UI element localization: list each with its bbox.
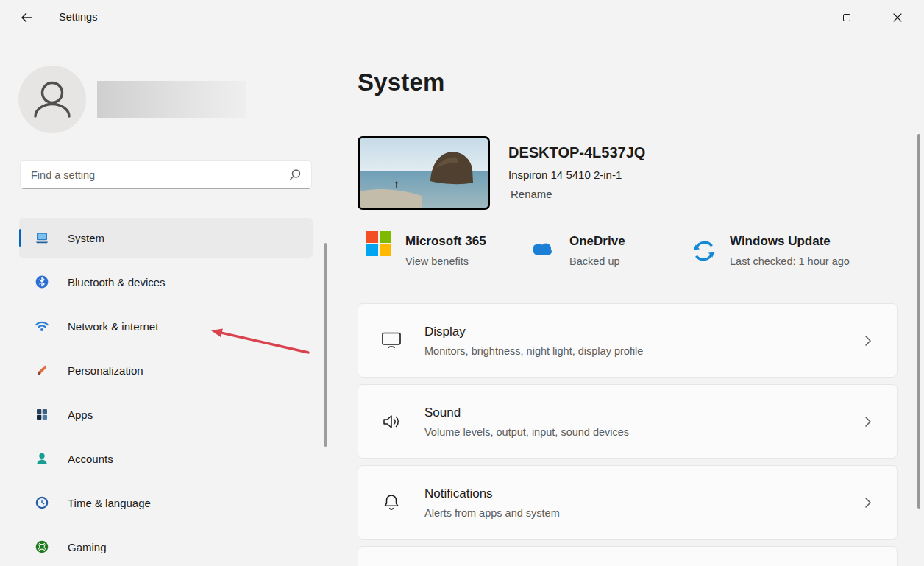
sidebar-item-label: Personalization [68,364,143,377]
status-item-onedrive[interactable]: OneDrive Backed up [528,228,625,267]
search-icon[interactable] [288,169,302,185]
sidebar-item-accounts[interactable]: Accounts [19,439,313,478]
status-title: OneDrive [569,233,625,249]
status-item-microsoft-365[interactable]: Microsoft 365 View benefits [366,228,486,267]
minimize-button[interactable] [779,5,813,30]
selected-indicator [19,229,21,247]
sidebar-item-label: System [68,232,104,244]
device-thumbnail [358,136,490,210]
apps-icon [35,407,49,422]
user-name-redacted [97,81,246,118]
sidebar-item-gaming[interactable]: Gaming [19,527,313,566]
sidebar-nav: System Bluetooth & devices Network & int… [19,218,313,566]
system-icon [35,230,49,245]
card-partial[interactable] [358,546,898,566]
status-title: Windows Update [730,233,850,249]
card-subtitle: Alerts from apps and system [424,507,864,519]
maximize-icon [843,14,850,21]
onedrive-icon [528,239,556,258]
back-arrow-icon [20,11,33,24]
network-icon [35,319,49,333]
windows-update-icon [692,238,717,263]
sidebar-item-label: Time & language [68,497,151,509]
status-title: Microsoft 365 [405,233,486,249]
microsoft-365-icon [366,230,392,257]
card-notifications[interactable]: Notifications Alerts from apps and syste… [358,465,898,540]
maximize-button[interactable] [830,5,864,30]
card-subtitle: Volume levels, output, input, sound devi… [424,426,864,438]
accounts-icon [35,451,49,466]
card-title: Notifications [424,487,864,501]
status-subtitle[interactable]: View benefits [405,255,486,267]
close-icon [893,13,902,22]
search-input[interactable] [21,161,311,188]
chevron-right-icon [864,335,872,347]
search-box [20,160,312,189]
card-sound[interactable]: Sound Volume levels, output, input, soun… [358,384,898,459]
personalization-icon [35,363,49,378]
user-avatar[interactable] [18,66,86,133]
sidebar-item-system[interactable]: System [19,218,313,258]
close-button[interactable] [881,5,914,30]
device-info: DESKTOP-4L537JQ Inspiron 14 5410 2-in-1 … [508,144,645,201]
titlebar: Settings [0,0,924,35]
device-model: Inspiron 14 5410 2-in-1 [508,169,645,181]
settings-card-list: Display Monitors, brightness, night ligh… [358,303,898,566]
status-subtitle: Backed up [569,255,625,267]
sidebar-item-label: Bluetooth & devices [68,276,166,289]
card-title: Display [424,325,864,339]
status-item-windows-update[interactable]: Windows Update Last checked: 1 hour ago [692,228,850,267]
device-name: DESKTOP-4L537JQ [508,144,645,161]
rename-button[interactable]: Rename [511,188,552,200]
sidebar-item-network-internet[interactable]: Network & internet [19,306,313,346]
page-title: System [358,68,445,96]
sidebar-item-personalization[interactable]: Personalization [19,350,313,390]
sidebar-item-label: Accounts [68,453,113,465]
sidebar-item-label: Network & internet [68,320,158,333]
main-scrollbar[interactable] [917,134,920,509]
sound-icon [382,413,401,431]
window-title: Settings [59,11,97,23]
display-icon [382,332,401,349]
card-display[interactable]: Display Monitors, brightness, night ligh… [358,303,898,378]
status-subtitle: Last checked: 1 hour ago [730,255,850,267]
beach-wallpaper-image [360,138,488,208]
sidebar-item-label: Gaming [68,541,107,553]
chevron-right-icon [864,416,872,428]
card-title: Sound [424,406,864,420]
chevron-right-icon [864,497,872,509]
minimize-icon [792,18,800,18]
sidebar-item-bluetooth-devices[interactable]: Bluetooth & devices [19,262,313,302]
notifications-icon [382,493,401,512]
sidebar-item-time-language[interactable]: Time & language [19,483,313,523]
person-icon [18,66,86,133]
bluetooth-icon [35,275,49,289]
sidebar-scrollbar[interactable] [324,243,327,447]
back-button[interactable] [13,5,40,30]
card-subtitle: Monitors, brightness, night light, displ… [424,345,864,357]
sidebar-item-label: Apps [68,408,93,421]
gaming-icon [35,540,49,554]
time-language-icon [35,495,49,510]
sidebar-item-apps[interactable]: Apps [19,395,313,434]
